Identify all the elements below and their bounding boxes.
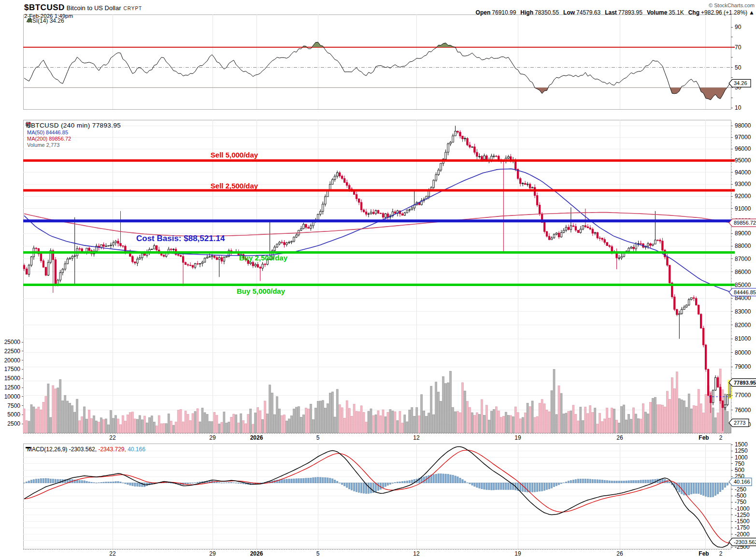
- volume-axis-label: 22500: [4, 348, 21, 355]
- chart-canvas: 9070503010980009700096000950009400093000…: [0, 0, 756, 559]
- price-axis-label: 85000: [735, 282, 751, 288]
- value-badge: 84446.85: [734, 289, 756, 295]
- price-axis-label: 98000: [735, 122, 751, 129]
- rsi-panel: [23, 14, 731, 109]
- macd-axis-label: 750: [735, 460, 744, 467]
- x-axis-label: 19: [514, 550, 521, 557]
- stockcharts-chart-page: { "header": { "symbol": "$BTCUSD", "name…: [0, 0, 756, 559]
- price-axis-label: 83000: [735, 308, 751, 315]
- price-legend-line: $BTCUSD (240 min) 77893.95: [26, 122, 121, 129]
- price-axis-label: 79000: [735, 363, 751, 370]
- x-axis-label: Feb: [699, 550, 709, 557]
- value-badge: 40.166: [734, 479, 750, 485]
- price-axis-label: 95000: [735, 157, 751, 164]
- rsi-legend-text: RSI(14) 34.26: [28, 17, 64, 24]
- macd-axis-label: 1000: [735, 454, 748, 461]
- x-axis-label: 29: [209, 434, 216, 441]
- price-axis-label: 93000: [735, 181, 751, 187]
- rsi-legend: RSI(14) 34.26: [27, 17, 64, 24]
- open-value: 76910.99: [492, 9, 516, 16]
- macd-legend: MACD(12,26,9) -2303.562, -2343.729, 40.1…: [26, 446, 145, 453]
- volume-label: Volume: [647, 9, 667, 16]
- value-badge: 34.26: [734, 80, 747, 86]
- x-axis-label: 2026: [250, 550, 263, 557]
- quote-line: Open76910.99High78350.55Low74579.63Last7…: [471, 9, 755, 16]
- macd-axis-label: -1000: [735, 505, 750, 512]
- x-axis-label: 22: [109, 434, 116, 441]
- low-label: Low: [563, 9, 575, 16]
- x-axis-label: 12: [413, 434, 420, 441]
- x-axis-label: 5: [316, 550, 320, 557]
- macd-axis-label: -1500: [735, 518, 750, 525]
- x-axis-label: 26: [616, 550, 623, 557]
- macd-axis-label: 1250: [735, 447, 748, 454]
- chg-up-arrow-icon: ▲: [749, 9, 755, 16]
- macd-axis-label: 1500: [735, 441, 748, 448]
- macd-axis-label: -500: [735, 492, 746, 499]
- chart-header: $BTCUSDBitcoin to US DollarCRYPT 2-Feb-2…: [24, 3, 142, 19]
- rsi-axis-label: 10: [735, 104, 742, 111]
- sell-2500-label: Sell 2,500/day: [211, 182, 258, 190]
- price-axis-label: 76000: [735, 407, 751, 414]
- chg-label: Chg: [688, 9, 699, 16]
- price-axis-label: 91000: [735, 205, 751, 212]
- price-axis-label: 86000: [735, 269, 751, 275]
- hist-value: 40.166: [128, 446, 145, 453]
- volume-axis-label: 20000: [4, 357, 21, 364]
- last-label: Last: [605, 9, 617, 16]
- x-axis-label: 5: [316, 434, 320, 441]
- volume-axis-label: 10000: [4, 393, 21, 400]
- value-badge: 2773: [734, 420, 745, 426]
- x-axis-label: 2026: [250, 434, 263, 441]
- exchange-label: CRYPT: [124, 6, 143, 11]
- volume-value: 35.1K: [669, 9, 684, 16]
- x-axis-label: 19: [514, 434, 521, 441]
- rsi-axis-label: 90: [735, 24, 742, 30]
- cost-basis-label: Cost Basis: $88,521.14: [136, 234, 225, 244]
- macd-value: -2303.562,: [69, 446, 97, 453]
- x-axis-label: 2: [719, 550, 723, 557]
- macd-axis-label: -1750: [735, 524, 750, 531]
- macd-axis-label: -750: [735, 499, 746, 505]
- price-axis-label: 82000: [735, 322, 751, 329]
- rsi-axis-label: 50: [735, 64, 742, 71]
- price-axis-label: 92000: [735, 193, 751, 200]
- x-axis-label: 2: [719, 434, 723, 441]
- macd-axis-label: -2000: [735, 531, 750, 538]
- symbol-title: $BTCUSD: [24, 3, 65, 12]
- symbol-name: Bitcoin to US Dollar: [67, 4, 121, 12]
- price-axis-label: 77000: [735, 392, 751, 399]
- macd-panel: [23, 444, 731, 549]
- high-value: 78350.55: [535, 9, 559, 16]
- price-axis-label: 80000: [735, 349, 751, 356]
- x-axis-label: 26: [616, 434, 623, 441]
- signal-value: -2343.729,: [98, 446, 126, 453]
- volume-axis-label: 15000: [4, 375, 21, 382]
- volume-axis-label: 2500: [7, 420, 20, 427]
- x-axis-label: 22: [109, 550, 116, 557]
- copyright: © StockCharts.com: [471, 2, 755, 8]
- chg-value: +982.96 (+1.28%): [701, 9, 747, 16]
- rsi-axis-label: 70: [735, 44, 742, 51]
- volume-axis-label: 7500: [7, 402, 20, 409]
- open-label: Open: [476, 9, 491, 16]
- low-value: 74579.63: [576, 9, 600, 16]
- macd-axis-label: 500: [735, 467, 744, 473]
- buy-2500-label: Buy 2,500/day: [239, 254, 287, 262]
- volume-axis-label: 17500: [4, 366, 21, 373]
- price-legend: $BTCUSD (240 min) 77893.95 MA(50) 84446.…: [26, 122, 121, 148]
- price-axis-label: 88000: [735, 243, 751, 249]
- high-label: High: [520, 9, 533, 16]
- price-axis-label: 81000: [735, 335, 751, 342]
- price-axis-label: 87000: [735, 256, 751, 262]
- price-axis-label: 89000: [735, 230, 751, 237]
- price-axis-label: 97000: [735, 134, 751, 141]
- value-badge: 89856.72: [734, 220, 756, 226]
- macd-axis-label: -250: [735, 486, 746, 493]
- volume-axis-label: 12500: [4, 384, 21, 391]
- main-panel: [23, 120, 731, 433]
- volume-axis-label: 25000: [4, 339, 21, 345]
- value-badge: 77893.95: [734, 380, 756, 386]
- header-right: © StockCharts.com Open76910.99High78350.…: [471, 2, 755, 16]
- x-axis-label: 29: [209, 550, 216, 557]
